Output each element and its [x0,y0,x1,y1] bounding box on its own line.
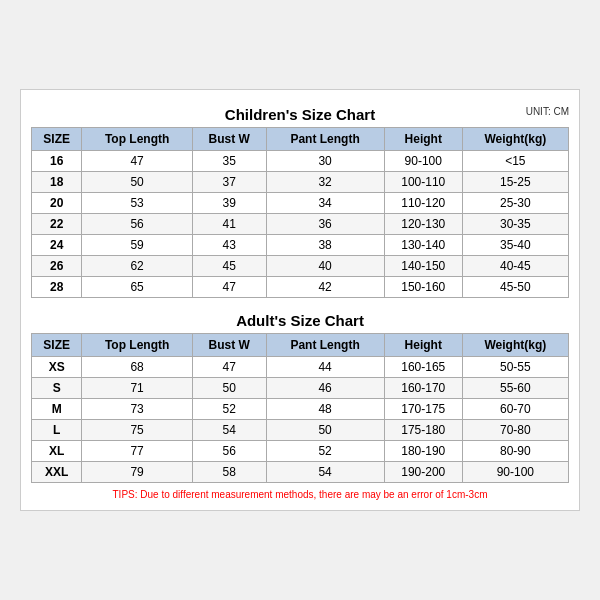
table-cell: 40-45 [462,256,568,277]
col-weight-header: Weight(kg) [462,128,568,151]
adult-col-pant-length-header: Pant Length [266,334,384,357]
table-cell: 150-160 [384,277,462,298]
table-cell: 52 [192,399,266,420]
table-cell: 120-130 [384,214,462,235]
table-cell: 100-110 [384,172,462,193]
tips-text: TIPS: Due to different measurement metho… [31,489,569,500]
table-cell: 30 [266,151,384,172]
table-cell: 47 [82,151,192,172]
col-top-length-header: Top Length [82,128,192,151]
table-cell: 41 [192,214,266,235]
table-cell: 68 [82,357,192,378]
children-table: SIZE Top Length Bust W Pant Length Heigh… [31,127,569,298]
table-cell: 65 [82,277,192,298]
table-cell: XL [32,441,82,462]
adult-col-size-header: SIZE [32,334,82,357]
table-cell: 70-80 [462,420,568,441]
table-cell: 30-35 [462,214,568,235]
table-cell: 73 [82,399,192,420]
table-cell: 46 [266,378,384,399]
col-size-header: SIZE [32,128,82,151]
table-row: XS684744160-16550-55 [32,357,569,378]
children-title-text: Children's Size Chart [225,106,375,123]
children-header-row: SIZE Top Length Bust W Pant Length Heigh… [32,128,569,151]
table-row: 26624540140-15040-45 [32,256,569,277]
table-cell: 175-180 [384,420,462,441]
table-cell: 44 [266,357,384,378]
table-cell: 50 [192,378,266,399]
table-cell: 90-100 [462,462,568,483]
table-cell: 47 [192,357,266,378]
adult-col-height-header: Height [384,334,462,357]
adult-header-row: SIZE Top Length Bust W Pant Length Heigh… [32,334,569,357]
table-cell: 71 [82,378,192,399]
table-cell: 15-25 [462,172,568,193]
table-cell: 36 [266,214,384,235]
unit-label: UNIT: CM [526,106,569,117]
table-cell: 34 [266,193,384,214]
table-cell: 28 [32,277,82,298]
table-cell: 54 [266,462,384,483]
table-cell: 32 [266,172,384,193]
table-row: M735248170-17560-70 [32,399,569,420]
table-cell: 45 [192,256,266,277]
table-cell: XXL [32,462,82,483]
table-cell: 26 [32,256,82,277]
table-row: S715046160-17055-60 [32,378,569,399]
adult-col-top-length-header: Top Length [82,334,192,357]
table-cell: 75 [82,420,192,441]
table-cell: 130-140 [384,235,462,256]
table-cell: 60-70 [462,399,568,420]
table-cell: 45-50 [462,277,568,298]
table-cell: L [32,420,82,441]
col-height-header: Height [384,128,462,151]
table-cell: 56 [82,214,192,235]
children-title: Children's Size Chart UNIT: CM [31,100,569,127]
table-cell: 47 [192,277,266,298]
table-cell: XS [32,357,82,378]
table-cell: 24 [32,235,82,256]
table-cell: 37 [192,172,266,193]
col-pant-length-header: Pant Length [266,128,384,151]
table-cell: 79 [82,462,192,483]
table-cell: 18 [32,172,82,193]
table-row: 18503732100-11015-25 [32,172,569,193]
table-cell: 39 [192,193,266,214]
adult-title-text: Adult's Size Chart [236,312,364,329]
table-cell: 110-120 [384,193,462,214]
table-row: 20533934110-12025-30 [32,193,569,214]
table-row: XXL795854190-20090-100 [32,462,569,483]
table-cell: S [32,378,82,399]
table-cell: 62 [82,256,192,277]
table-row: 1647353090-100<15 [32,151,569,172]
table-cell: 50 [82,172,192,193]
table-cell: 59 [82,235,192,256]
table-cell: 22 [32,214,82,235]
table-cell: 35 [192,151,266,172]
table-cell: 50-55 [462,357,568,378]
table-cell: 35-40 [462,235,568,256]
table-cell: 180-190 [384,441,462,462]
table-row: L755450175-18070-80 [32,420,569,441]
col-bust-w-header: Bust W [192,128,266,151]
table-cell: 160-170 [384,378,462,399]
table-cell: 53 [82,193,192,214]
table-cell: 56 [192,441,266,462]
adult-title: Adult's Size Chart [31,306,569,333]
table-cell: 16 [32,151,82,172]
adult-col-bust-w-header: Bust W [192,334,266,357]
table-row: XL775652180-19080-90 [32,441,569,462]
table-cell: 58 [192,462,266,483]
table-cell: 40 [266,256,384,277]
adult-col-weight-header: Weight(kg) [462,334,568,357]
table-cell: 20 [32,193,82,214]
table-cell: 90-100 [384,151,462,172]
chart-container: Children's Size Chart UNIT: CM SIZE Top … [20,89,580,511]
table-cell: 42 [266,277,384,298]
table-cell: 170-175 [384,399,462,420]
table-cell: <15 [462,151,568,172]
table-cell: 25-30 [462,193,568,214]
table-cell: 38 [266,235,384,256]
table-row: 24594338130-14035-40 [32,235,569,256]
table-cell: 54 [192,420,266,441]
